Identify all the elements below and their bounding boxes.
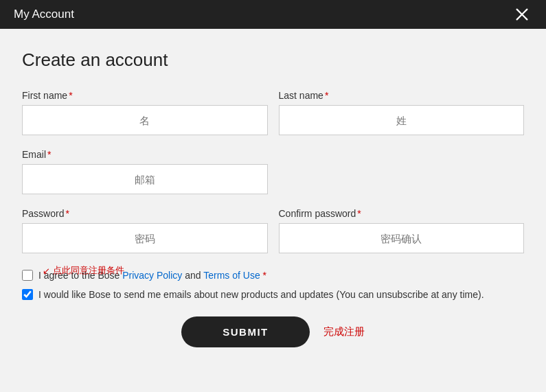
- newsletter-checkbox[interactable]: [22, 289, 33, 300]
- email-label: Email*: [22, 149, 268, 160]
- agree-label: I agree to the Bose Privacy Policy and T…: [38, 270, 266, 281]
- password-input[interactable]: [22, 223, 268, 253]
- name-row: First name* Last name*: [22, 90, 524, 135]
- password-group: Password*: [22, 208, 268, 253]
- terms-of-use-link[interactable]: Terms of Use: [203, 270, 260, 281]
- agree-checkbox[interactable]: [22, 270, 33, 281]
- last-name-group: Last name*: [279, 90, 525, 135]
- password-row: Password* Confirm password*: [22, 208, 524, 253]
- submit-annotation: 完成注册: [323, 325, 365, 338]
- modal-body: Create an account First name* Last name*…: [0, 29, 546, 375]
- confirm-password-group: Confirm password*: [279, 208, 525, 253]
- agree-checkbox-row: I agree to the Bose Privacy Policy and T…: [22, 270, 524, 281]
- last-name-label: Last name*: [279, 90, 525, 101]
- submit-area: SUBMIT 完成注册: [22, 316, 524, 347]
- agree-area: ↙ 点此同意注册条件 I agree to the Bose Privacy P…: [22, 270, 524, 281]
- modal-header: My Account: [0, 0, 546, 29]
- confirm-password-input[interactable]: [279, 223, 525, 253]
- password-label: Password*: [22, 208, 268, 219]
- page-title: Create an account: [22, 49, 524, 71]
- privacy-policy-link[interactable]: Privacy Policy: [122, 270, 182, 281]
- first-name-group: First name*: [22, 90, 268, 135]
- modal-title: My Account: [14, 8, 74, 21]
- email-input[interactable]: [22, 164, 268, 194]
- submit-button[interactable]: SUBMIT: [181, 316, 310, 347]
- last-name-input[interactable]: [279, 105, 525, 135]
- modal-container: My Account Create an account First name*…: [0, 0, 546, 392]
- confirm-password-label: Confirm password*: [279, 208, 525, 219]
- first-name-label: First name*: [22, 90, 268, 101]
- close-button[interactable]: [512, 4, 532, 25]
- newsletter-row: I would like Bose to send me emails abou…: [22, 289, 524, 300]
- newsletter-label: I would like Bose to send me emails abou…: [38, 289, 484, 300]
- first-name-input[interactable]: [22, 105, 268, 135]
- email-group: Email*: [22, 149, 268, 194]
